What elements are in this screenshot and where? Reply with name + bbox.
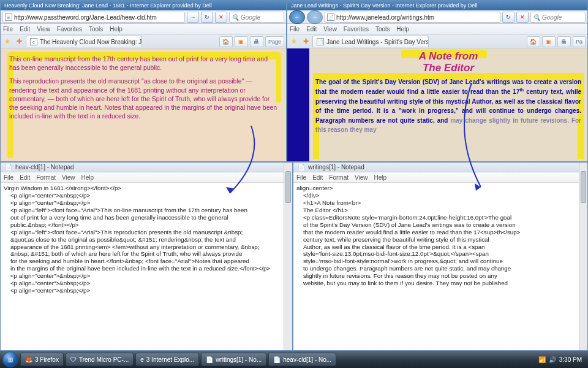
menu-file[interactable]: File: [296, 174, 306, 181]
menu-view[interactable]: View: [323, 26, 337, 33]
tray-network-icon[interactable]: 📶: [538, 356, 546, 363]
menu-view[interactable]: View: [62, 174, 75, 181]
web-content: This on-line manuscript from the 17th ce…: [1, 48, 286, 161]
system-tray[interactable]: 📶 🔊 3:30 PM: [538, 356, 586, 363]
titlebar[interactable]: Heavenly Cloud Now Breaking: Jane Lead -…: [1, 1, 286, 10]
favorites-star-icon[interactable]: ★: [2, 37, 12, 47]
print-button[interactable]: 🖶: [250, 36, 263, 47]
menu-file[interactable]: File: [290, 26, 300, 33]
web-content: A Note fromThe Editor The goal of the Sp…: [287, 48, 587, 161]
url-text: http://www.passtheword.org/Jane-Lead/hea…: [14, 14, 157, 21]
menu-file[interactable]: File: [3, 26, 13, 33]
menu-favorites[interactable]: Favorites: [344, 26, 369, 33]
page-menu-button[interactable]: Pa: [573, 36, 586, 47]
stop-button[interactable]: ✕: [516, 12, 529, 23]
page-menu-button[interactable]: Page: [265, 36, 284, 47]
menu-tools[interactable]: Tools: [375, 26, 390, 33]
scrollbar[interactable]: [579, 183, 587, 350]
taskbar-item[interactable]: 📄writings[1] - No...: [201, 353, 266, 366]
feeds-button[interactable]: ▣: [542, 36, 556, 47]
menu-bar: File Edit Format View Help: [293, 172, 587, 183]
search-input[interactable]: 🔍Google: [530, 12, 586, 23]
content-body: A Note fromThe Editor The goal of the Sp…: [309, 48, 587, 161]
app-icon: e: [140, 356, 144, 363]
tab[interactable]: 📄Jane Lead Writings - Spirit's Day Versi…: [312, 36, 429, 47]
address-input[interactable]: e http://www.passtheword.org/Jane-Lead/h…: [2, 12, 185, 23]
notepad-window-left: 📄heav-cld[1] - Notepad File Edit Format …: [0, 162, 293, 351]
search-icon: 🔍: [232, 14, 239, 21]
title-text: Heavenly Cloud Now Breaking: Jane Lead -…: [4, 2, 212, 9]
title-text: Jane Lead Writings - Spirit's Day Versio…: [291, 2, 477, 9]
go-button[interactable]: →: [187, 12, 199, 23]
page-icon: 📄: [317, 38, 324, 45]
scrollbar[interactable]: [284, 183, 292, 350]
start-button[interactable]: ⊞: [2, 351, 18, 367]
url-text: http://www.janelead.org/writings.htm: [336, 14, 434, 21]
menu-help[interactable]: Help: [396, 26, 409, 33]
app-icon: 📄: [273, 356, 281, 363]
home-button[interactable]: 🏠: [527, 36, 540, 47]
refresh-button[interactable]: ↻: [502, 12, 514, 23]
page-heading: A Note fromThe Editor: [315, 51, 581, 74]
feeds-button[interactable]: ▣: [235, 36, 248, 47]
text-area[interactable]: Virgin Wisdom in 1681.</strong></font></…: [1, 183, 292, 350]
menu-help[interactable]: Help: [81, 174, 94, 181]
paragraph: This on-line manuscript from the 17th ce…: [9, 55, 277, 72]
app-icon: 🛡: [70, 356, 77, 363]
ie-window-right: Jane Lead Writings - Spirit's Day Versio…: [287, 0, 588, 162]
back-button[interactable]: ←: [289, 10, 305, 24]
nav-toolbar: e http://www.passtheword.org/Jane-Lead/h…: [1, 10, 286, 24]
favorites-star-icon[interactable]: ★: [289, 37, 299, 47]
titlebar[interactable]: 📄writings[1] - Notepad: [293, 163, 587, 172]
search-input[interactable]: 🔍Google: [229, 12, 284, 23]
menu-bar: File Edit Format View Help: [1, 172, 292, 183]
taskbar-item[interactable]: 🦊3 Firefox: [20, 353, 64, 366]
print-button[interactable]: 🖶: [557, 36, 571, 47]
tab-bar: ★ ✚ eThe Heavenly Cloud Now Breaking: Ja…: [1, 35, 286, 48]
add-favorite-icon[interactable]: ✚: [14, 37, 24, 47]
menu-format[interactable]: Format: [36, 174, 56, 181]
menu-bar: File Edit View Favorites Tools Help: [287, 24, 587, 35]
add-favorite-icon[interactable]: ✚: [301, 37, 311, 47]
text-area[interactable]: align=center> </div> <h1>A Note from<br>…: [293, 183, 587, 350]
clock[interactable]: 3:30 PM: [559, 356, 582, 363]
notepad-window-right: 📄writings[1] - Notepad File Edit Format …: [293, 162, 588, 351]
menu-edit[interactable]: Edit: [312, 174, 323, 181]
titlebar[interactable]: 📄heav-cld[1] - Notepad: [1, 163, 292, 172]
address-area: e http://www.passtheword.org/Jane-Lead/h…: [2, 12, 185, 23]
forward-button[interactable]: →: [307, 10, 323, 24]
menu-favorites[interactable]: Favorites: [57, 26, 82, 33]
menu-help[interactable]: Help: [374, 174, 387, 181]
menu-edit[interactable]: Edit: [306, 26, 317, 33]
tray-volume-icon[interactable]: 🔊: [549, 356, 556, 363]
taskbar: ⊞ 🦊3 Firefox🛡Trend Micro PC-...e3 Intern…: [0, 351, 588, 368]
home-button[interactable]: 🏠: [219, 36, 233, 47]
sidebar-margin: [287, 48, 309, 161]
paragraph: This reproduction presents the old manus…: [9, 77, 277, 120]
refresh-button[interactable]: ↻: [201, 12, 213, 23]
tab[interactable]: eThe Heavenly Cloud Now Breaking: Ja...: [26, 36, 142, 47]
menu-view[interactable]: View: [355, 174, 368, 181]
menu-help[interactable]: Help: [110, 26, 123, 33]
titlebar[interactable]: Jane Lead Writings - Spirit's Day Versio…: [287, 1, 587, 10]
taskbar-item[interactable]: 📄heav-cld[1] - No...: [268, 353, 336, 366]
search-icon: 🔍: [533, 14, 540, 21]
notepad-icon: 📄: [5, 164, 12, 171]
menu-view[interactable]: View: [37, 26, 50, 33]
page-icon: 📄: [327, 13, 334, 21]
taskbar-item[interactable]: e3 Internet Explo...: [135, 353, 199, 366]
menu-edit[interactable]: Edit: [20, 26, 30, 33]
page-icon: e: [30, 38, 37, 45]
app-icon: 📄: [206, 356, 213, 363]
taskbar-item[interactable]: 🛡Trend Micro PC-...: [66, 353, 134, 366]
menu-edit[interactable]: Edit: [20, 174, 30, 181]
menu-file[interactable]: File: [4, 174, 13, 181]
menu-tools[interactable]: Tools: [89, 26, 103, 33]
menu-format[interactable]: Format: [329, 174, 349, 181]
stop-button[interactable]: ✕: [215, 12, 227, 23]
nav-toolbar: ← → 📄 http://www.janelead.org/writings.h…: [287, 10, 587, 24]
page-icon: e: [5, 13, 12, 21]
app-icon: 🦊: [25, 356, 32, 363]
address-input[interactable]: 📄 http://www.janelead.org/writings.htm: [325, 12, 500, 23]
ie-window-left: Heavenly Cloud Now Breaking: Jane Lead -…: [0, 0, 287, 162]
